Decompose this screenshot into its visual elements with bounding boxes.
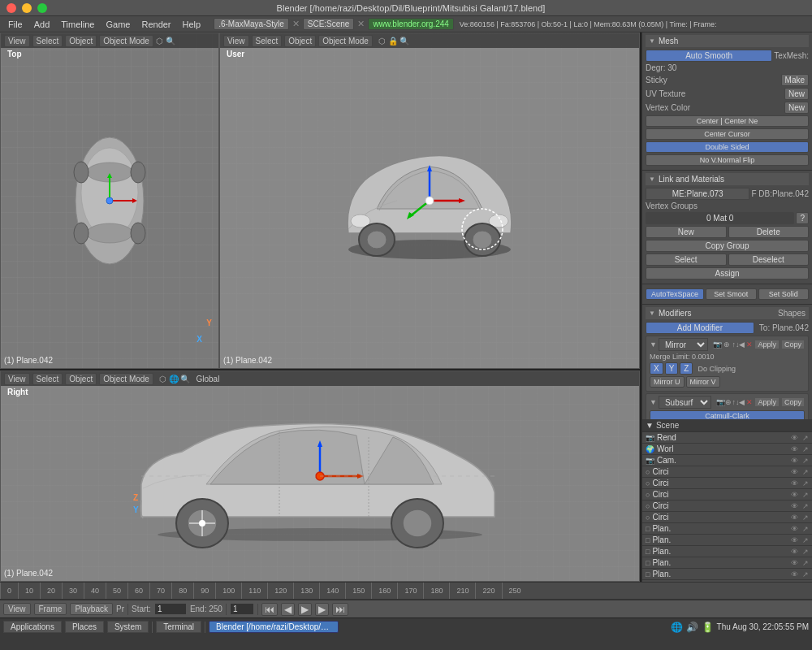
- copy-group-btn[interactable]: Copy Group: [646, 240, 809, 252]
- url-btn[interactable]: www.blender.org.244: [368, 18, 453, 30]
- maximize-button[interactable]: [37, 3, 47, 13]
- add-modifier-btn[interactable]: Add Modifier: [646, 322, 754, 334]
- system-btn[interactable]: System: [107, 621, 149, 633]
- mat-query-btn[interactable]: ?: [796, 212, 809, 224]
- menu-render[interactable]: Render: [136, 18, 175, 31]
- eye-icon[interactable]: 👁: [791, 434, 798, 442]
- viewport-right-view[interactable]: View Select Object Object Mode ⬡ 🌐 🔍 Glo…: [0, 370, 640, 582]
- subsurf-dropdown[interactable]: Subsurf: [659, 396, 712, 409]
- close-button[interactable]: [6, 3, 16, 13]
- menu-help[interactable]: Help: [178, 18, 206, 31]
- eye-icon[interactable]: 👁: [791, 491, 798, 499]
- outliner-item[interactable]: □ Plan. 👁 ↗: [642, 580, 812, 582]
- eye-icon[interactable]: 👁: [791, 479, 798, 488]
- subsurf-apply-btn[interactable]: Apply: [754, 397, 780, 407]
- vp-mode-btn-b[interactable]: Object Mode: [99, 373, 153, 385]
- subsurf-delete-icon[interactable]: ✕: [746, 398, 753, 406]
- eye-icon[interactable]: 👁: [791, 502, 798, 510]
- outliner-item[interactable]: □ Plan. 👁 ↗: [642, 535, 812, 546]
- eye-icon[interactable]: 👁: [791, 548, 798, 556]
- timeline-playback-btn[interactable]: Playback: [70, 603, 113, 615]
- skip-start-btn[interactable]: ⏮: [261, 603, 278, 616]
- menu-file[interactable]: File: [3, 18, 28, 31]
- skip-end-btn[interactable]: ⏭: [332, 603, 348, 616]
- scene-dropdown[interactable]: SCE:Scene: [303, 18, 355, 30]
- outliner-item[interactable]: □ Plan. 👁 ↗: [642, 523, 812, 535]
- outliner-item[interactable]: □ Plan. 👁 ↗: [642, 557, 812, 569]
- outliner-item[interactable]: 📷 Cam. 👁 ↗: [642, 455, 812, 466]
- outliner-item[interactable]: ○ Circi 👁 ↗: [642, 478, 812, 489]
- eye-icon[interactable]: 👁: [791, 457, 798, 465]
- outliner-item[interactable]: 🌍 Worl 👁 ↗: [642, 444, 812, 455]
- vp-view-btn-b[interactable]: View: [4, 373, 30, 385]
- double-sided-btn[interactable]: Double Sided: [646, 141, 809, 153]
- vp-object-btn-tr[interactable]: Object: [284, 35, 316, 47]
- mirror-copy-btn[interactable]: Copy: [781, 340, 805, 349]
- uv-new-btn[interactable]: New: [784, 88, 809, 100]
- frame-input[interactable]: [230, 603, 254, 615]
- subsurf-copy-btn[interactable]: Copy: [781, 397, 805, 407]
- timeline-view-btn[interactable]: View: [3, 603, 31, 615]
- mat-label-btn[interactable]: 0 Mat 0: [646, 212, 794, 224]
- mirror-dropdown[interactable]: Mirror: [659, 338, 709, 351]
- timeline-frame-btn[interactable]: Frame: [34, 603, 67, 615]
- y-btn[interactable]: Y: [665, 362, 679, 375]
- vp-view-btn-tr[interactable]: View: [223, 35, 249, 47]
- mirror-apply-btn[interactable]: Apply: [754, 340, 780, 349]
- vp-view-btn-tl[interactable]: View: [4, 35, 30, 47]
- outliner-item[interactable]: ○ Circi 👁 ↗: [642, 489, 812, 500]
- eye-icon[interactable]: 👁: [791, 570, 798, 578]
- vp-select-btn-tr[interactable]: Select: [252, 35, 283, 47]
- eye-icon[interactable]: 👁: [791, 582, 798, 583]
- vp-select-btn-tl[interactable]: Select: [32, 35, 63, 47]
- mirror-delete-icon[interactable]: ✕: [746, 340, 753, 349]
- blender-task-btn[interactable]: Blender [/home/razi/Desktop/Dil...: [209, 621, 339, 633]
- z-btn[interactable]: Z: [680, 362, 693, 375]
- x-btn[interactable]: X: [650, 362, 663, 375]
- assign-btn[interactable]: Assign: [646, 267, 809, 280]
- catmull-btn[interactable]: Catmull-Clark: [650, 410, 805, 419]
- play-btn[interactable]: ▶: [298, 603, 312, 616]
- menu-timeline[interactable]: Timeline: [56, 18, 99, 31]
- new-btn[interactable]: New: [646, 226, 727, 238]
- center-center-btn[interactable]: Center | Center Ne: [646, 115, 809, 127]
- places-btn[interactable]: Places: [65, 621, 104, 633]
- vp-mode-btn-tl[interactable]: Object Mode: [99, 35, 153, 47]
- outliner-item[interactable]: ○ Circi 👁 ↗: [642, 500, 812, 512]
- outliner-item[interactable]: □ Plan. 👁 ↗: [642, 546, 812, 557]
- set-smoot-btn[interactable]: Set Smoot: [706, 288, 756, 300]
- menu-add[interactable]: Add: [29, 18, 55, 31]
- sticky-make-btn[interactable]: Make: [781, 74, 809, 86]
- auto-smooth-btn[interactable]: Auto Smooth: [646, 50, 772, 62]
- eye-icon[interactable]: 👁: [791, 445, 798, 453]
- deselect-btn[interactable]: Deselect: [728, 254, 810, 266]
- me-plane-dropdown[interactable]: ME:Plane.073: [646, 188, 749, 200]
- auto-tex-btn[interactable]: AutoTexSpace: [646, 288, 704, 300]
- next-frame-btn[interactable]: ▶: [315, 603, 329, 616]
- eye-icon[interactable]: 👁: [791, 468, 798, 476]
- prev-frame-btn[interactable]: ◀: [281, 603, 295, 616]
- select-btn[interactable]: Select: [646, 254, 727, 266]
- terminal-btn[interactable]: Terminal: [156, 621, 201, 633]
- viewport-user-view[interactable]: View Select Object Object Mode ⬡ 🔒 🔍 Use…: [219, 32, 640, 369]
- start-input[interactable]: [154, 603, 187, 615]
- vp-object-btn-tl[interactable]: Object: [65, 35, 97, 47]
- eye-icon[interactable]: 👁: [791, 525, 798, 533]
- outliner-item[interactable]: ○ Circi 👁 ↗: [642, 466, 812, 478]
- outliner-item[interactable]: □ Plan. 👁 ↗: [642, 569, 812, 580]
- applications-btn[interactable]: Applications: [3, 621, 62, 633]
- outliner-item[interactable]: 📷 Rend 👁 ↗: [642, 432, 812, 444]
- vp-mode-btn-tr[interactable]: Object Mode: [318, 35, 373, 47]
- mirror-v-btn[interactable]: Mirror V: [686, 376, 720, 388]
- outliner-item[interactable]: ○ Circi 👁 ↗: [642, 512, 812, 523]
- center-cursor-btn[interactable]: Center Cursor: [646, 128, 809, 140]
- vp-select-btn-b[interactable]: Select: [32, 373, 63, 385]
- vp-object-btn-b[interactable]: Object: [65, 373, 97, 385]
- style-dropdown[interactable]: .6-MaxMaya-Style: [214, 18, 289, 30]
- delete-btn[interactable]: Delete: [728, 226, 810, 238]
- no-vflip-btn[interactable]: No V.Normal Flip: [646, 154, 809, 166]
- eye-icon[interactable]: 👁: [791, 536, 798, 544]
- eye-icon[interactable]: 👁: [791, 559, 798, 567]
- viewport-top-view[interactable]: View Select Object Object Mode ⬡ 🔍 Top: [0, 32, 219, 369]
- menu-game[interactable]: Game: [101, 18, 135, 31]
